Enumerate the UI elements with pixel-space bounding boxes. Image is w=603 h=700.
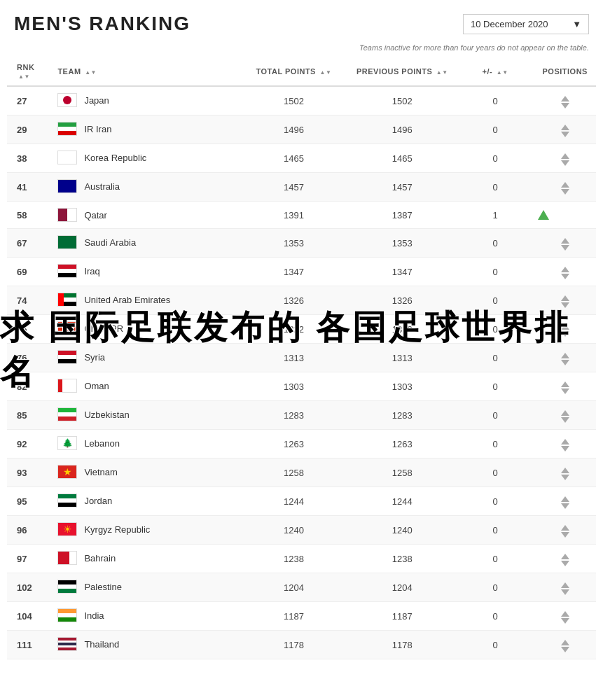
table-row[interactable]: 82Oman130313030 <box>7 372 596 401</box>
rank-cell: 74 <box>7 286 53 315</box>
table-row[interactable]: 75China PR132213220 <box>7 315 596 344</box>
table-row[interactable]: 67Saudi Arabia135313530 <box>7 229 596 258</box>
flag-icon <box>57 580 77 594</box>
team-name: IR Iran <box>84 124 111 134</box>
flag-icon <box>57 122 77 136</box>
team-name: Jordan <box>84 496 112 506</box>
chevron-down-icon: ▼ <box>572 19 581 29</box>
table-row[interactable]: 102Palestine120412040 <box>7 573 596 602</box>
rank-cell: 58 <box>7 202 53 229</box>
table-row[interactable]: 27Japan150215020 <box>7 86 596 115</box>
position-up-icon <box>538 210 549 220</box>
table-row[interactable]: 38Korea Republic146514650 <box>7 144 596 173</box>
table-body: 27Japan15021502029IR Iran14961496038Kore… <box>7 86 596 659</box>
diff-cell: 0 <box>457 458 534 487</box>
col-header-team[interactable]: TEAM ▲▼ <box>53 57 240 86</box>
table-row[interactable]: 76Syria131313130 <box>7 344 596 372</box>
diff-cell: 0 <box>457 229 534 258</box>
tri-down-icon <box>561 503 569 509</box>
col-header-rnk[interactable]: RNK ▲▼ <box>7 57 53 86</box>
position-neutral-icon <box>561 267 569 279</box>
table-row[interactable]: 111Thailand117811780 <box>7 631 596 659</box>
team-name: China PR <box>84 323 123 334</box>
rankings-table-container: RNK ▲▼ TEAM ▲▼ TOTAL POINTS ▲▼ PREVIOUS … <box>0 57 603 659</box>
flag-icon <box>57 93 77 107</box>
table-row[interactable]: 29IR Iran149614960 <box>7 115 596 144</box>
rank-cell: 76 <box>7 344 53 372</box>
tri-up-icon <box>561 496 569 502</box>
position-cell <box>534 602 596 631</box>
flag-icon <box>57 321 77 335</box>
table-row[interactable]: 58Qatar139113871 <box>7 202 596 229</box>
team-cell: India <box>53 602 240 629</box>
table-row[interactable]: 96Kyrgyz Republic124012400 <box>7 516 596 545</box>
position-neutral-icon <box>561 554 569 566</box>
tri-up-icon <box>561 182 569 188</box>
table-row[interactable]: 97Bahrain123812380 <box>7 545 596 573</box>
rank-cell: 97 <box>7 545 53 573</box>
total-points-cell: 1187 <box>240 602 348 631</box>
col-header-total[interactable]: TOTAL POINTS ▲▼ <box>240 57 348 86</box>
team-cell: Iraq <box>53 258 240 284</box>
position-cell <box>534 229 596 258</box>
table-row[interactable]: 69Iraq134713470 <box>7 258 596 286</box>
table-row[interactable]: 93Vietnam125812580 <box>7 458 596 487</box>
tri-down-icon <box>561 561 569 566</box>
position-neutral-icon <box>561 410 569 423</box>
col-header-diff[interactable]: +/- ▲▼ <box>457 57 534 86</box>
table-row[interactable]: 92Lebanon126312630 <box>7 430 596 458</box>
tri-up-icon <box>561 410 569 416</box>
tri-down-icon <box>561 589 569 595</box>
position-cell <box>534 401 596 430</box>
total-points-cell: 1465 <box>240 144 348 173</box>
position-cell <box>534 144 596 173</box>
table-row[interactable]: 85Uzbekistan128312830 <box>7 401 596 430</box>
table-row[interactable]: 41Australia145714570 <box>7 173 596 202</box>
diff-cell: 0 <box>457 86 534 115</box>
total-points-cell: 1240 <box>240 516 348 545</box>
team-cell: Thailand <box>53 631 240 657</box>
rank-cell: 29 <box>7 115 53 144</box>
tri-up-icon <box>561 238 569 244</box>
table-row[interactable]: 74United Arab Emirates132613260 <box>7 286 596 315</box>
total-points-cell: 1502 <box>240 86 348 115</box>
prev-points-cell: 1240 <box>348 516 457 545</box>
tri-up-icon <box>561 125 569 130</box>
rank-cell: 102 <box>7 573 53 602</box>
prev-points-cell: 1326 <box>348 286 457 315</box>
date-dropdown[interactable]: 10 December 2020 ▼ <box>463 14 589 34</box>
tri-down-icon <box>561 132 569 137</box>
page-title: MEN'S RANKING <box>14 13 190 35</box>
total-points-cell: 1244 <box>240 487 348 516</box>
flag-icon <box>57 493 77 507</box>
prev-points-cell: 1178 <box>348 631 457 659</box>
tri-up-icon <box>561 353 569 358</box>
position-neutral-icon <box>561 182 569 195</box>
team-name: Saudi Arabia <box>84 237 136 248</box>
diff-cell: 0 <box>457 258 534 286</box>
prev-points-cell: 1263 <box>348 430 457 458</box>
flag-icon <box>57 407 77 421</box>
table-header: RNK ▲▼ TEAM ▲▼ TOTAL POINTS ▲▼ PREVIOUS … <box>7 57 596 86</box>
flag-icon <box>57 208 77 222</box>
tri-down-icon <box>561 245 569 251</box>
team-cell: Korea Republic <box>53 144 240 171</box>
flag-icon <box>57 179 77 193</box>
table-row[interactable]: 95Jordan124412440 <box>7 487 596 516</box>
team-cell: Uzbekistan <box>53 401 240 428</box>
position-neutral-icon <box>561 125 569 137</box>
position-cell <box>534 573 596 602</box>
col-header-prev[interactable]: PREVIOUS POINTS ▲▼ <box>348 57 457 86</box>
team-name: Thailand <box>84 639 119 650</box>
rank-cell: 27 <box>7 86 53 115</box>
position-cell <box>534 545 596 573</box>
diff-cell: 0 <box>457 573 534 602</box>
table-row[interactable]: 104India118711870 <box>7 602 596 631</box>
tri-up-icon <box>561 96 569 102</box>
team-name: Syria <box>84 352 105 363</box>
prev-points-cell: 1347 <box>348 258 457 286</box>
flag-icon <box>57 608 77 622</box>
team-name: India <box>84 610 104 621</box>
tri-down-icon <box>561 302 569 308</box>
team-name: Palestine <box>84 582 121 592</box>
